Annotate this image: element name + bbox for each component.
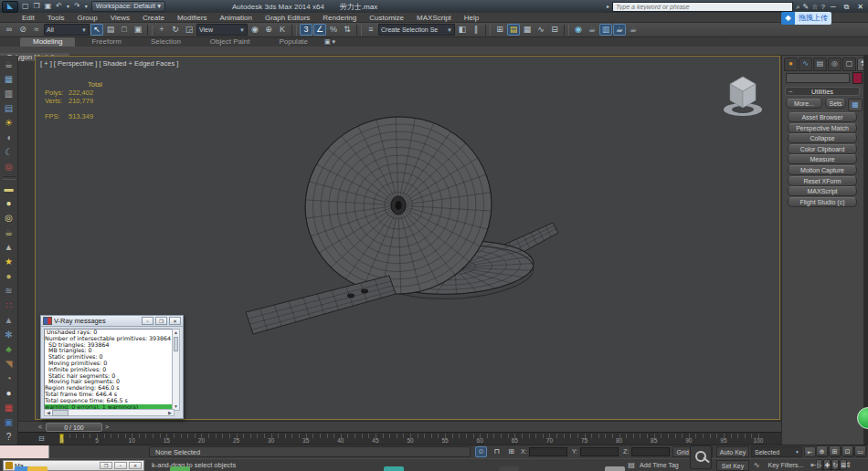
utilities-config-icon[interactable]: ▦ <box>848 99 863 111</box>
tab-selection[interactable]: Selection <box>138 37 194 47</box>
favorites-icon[interactable]: ☆ <box>811 2 818 12</box>
audio-speaker-icon[interactable]: ◖ <box>2 131 16 144</box>
unlink-selection-icon[interactable]: ⊘ <box>16 24 29 36</box>
menu-group[interactable]: Group <box>77 14 97 22</box>
select-and-manipulate-icon[interactable]: ⊕ <box>262 24 275 36</box>
zoom-icon[interactable]: ⊕ <box>816 445 828 456</box>
menu-graph-editors[interactable]: Graph Editors <box>265 14 310 22</box>
selection-lock-icon[interactable]: ⊓ <box>491 446 503 457</box>
search-flyout-icon[interactable]: ▸ <box>607 2 609 12</box>
utility-measure[interactable]: Measure <box>788 154 857 164</box>
cone-primitive-icon[interactable]: ▲ <box>2 240 16 254</box>
shell-rock-icon[interactable]: ◔ <box>2 372 16 385</box>
render-teapot-icon[interactable]: ☕ <box>2 58 16 71</box>
signin-icon[interactable]: ✎ <box>803 2 810 12</box>
vray-horizontal-scrollbar[interactable]: ◀ ▶ <box>44 409 175 416</box>
menu-animation[interactable]: Animation <box>219 14 252 22</box>
set-key-button[interactable]: Set Key <box>716 460 749 471</box>
geosphere-primitive-icon[interactable]: ● <box>2 269 16 283</box>
material-grid-icon[interactable]: ▦ <box>2 401 16 414</box>
close-button[interactable]: ✕ <box>854 2 866 12</box>
utilities-rollout-header[interactable]: −Utilities <box>785 87 860 96</box>
fur-sphere-icon[interactable]: ✻ <box>2 328 16 341</box>
spinner-snap-toggle-icon[interactable]: ⇅ <box>341 24 354 36</box>
workspace-dropdown[interactable]: Workspace: Default ▾ <box>91 1 165 12</box>
bitmap-image-icon[interactable]: ▦ <box>2 72 16 86</box>
communication-center-icon[interactable]: ⌕ <box>796 2 799 12</box>
coord-x-field[interactable] <box>529 447 567 456</box>
menu-views[interactable]: Views <box>111 14 130 22</box>
coord-z-field[interactable] <box>631 447 670 456</box>
menu-edit[interactable]: Edit <box>22 14 35 22</box>
field-of-view-icon[interactable]: ▷ <box>816 459 822 470</box>
teapot-primitive-icon[interactable]: ☕ <box>2 225 16 239</box>
tab-display[interactable]: ▢ <box>842 58 856 71</box>
set-keys-button[interactable] <box>690 445 712 469</box>
select-by-name-icon[interactable]: ▤ <box>104 24 117 36</box>
camera-film-icon[interactable]: ◎ <box>2 160 16 173</box>
selection-filter-dropdown[interactable]: All▼ <box>44 24 90 36</box>
utility-flight-studio-c-[interactable]: Flight Studio (c) <box>788 197 857 207</box>
schematic-view-icon[interactable]: ⊟ <box>548 24 561 36</box>
undo-icon[interactable]: ↶ <box>55 1 63 12</box>
mini-restore-button[interactable]: ❐ <box>100 462 112 469</box>
window-crossing-toggle-icon[interactable]: ▣ <box>132 24 144 36</box>
tab-motion[interactable]: ◎ <box>828 58 842 71</box>
toggle-scene-explorer-icon[interactable]: ⊞ <box>493 24 506 36</box>
menu-rendering[interactable]: Rendering <box>323 14 356 22</box>
notes-clipboard-icon[interactable]: ▥ <box>2 87 16 100</box>
tab-object-paint[interactable]: Object Paint <box>197 37 263 47</box>
tab-freeform[interactable]: Freeform <box>79 37 133 47</box>
particle-system-icon[interactable]: ∷ <box>2 298 16 312</box>
orbit-icon[interactable]: ↻ <box>831 459 839 470</box>
toggle-ribbon-icon[interactable]: ▦ <box>521 24 534 36</box>
drag-upload-overlay[interactable]: ◆ 拖拽上传 <box>781 12 831 25</box>
mini-minimize-button[interactable]: ▫ <box>114 462 127 469</box>
object-name-field[interactable] <box>786 73 850 83</box>
tab-populate[interactable]: Populate <box>266 37 321 47</box>
taskbar-app-fragment[interactable] <box>605 466 625 471</box>
blue-utility-box-icon[interactable]: ▣ <box>2 415 16 429</box>
vray-close-button[interactable]: ✕ <box>169 317 181 325</box>
redo-dropdown-icon[interactable]: ▾ <box>84 1 89 12</box>
next-frame-arrow[interactable]: > <box>105 423 109 432</box>
app-logo-icon[interactable]: ◣ <box>2 1 18 13</box>
restore-button[interactable]: ⧉ <box>842 2 852 12</box>
help-question-icon[interactable]: ? <box>2 430 16 444</box>
sets-button[interactable]: Sets <box>825 99 846 109</box>
viewport-label[interactable]: [ + ] [ Perspective ] [ Shaded + Edged F… <box>40 59 178 68</box>
white-sphere-icon[interactable]: ● <box>2 386 16 400</box>
new-key-filter-icon[interactable]: ∿ <box>751 460 762 471</box>
more-button[interactable]: More... <box>786 99 822 109</box>
snaps-toggle-3d-icon[interactable]: 3 <box>300 24 312 36</box>
torus-primitive-icon[interactable]: ◎ <box>2 211 16 225</box>
absolute-offset-mode-icon[interactable]: ⊞ <box>505 446 517 457</box>
render-iterative-icon[interactable]: ☕ <box>627 24 640 36</box>
utility-motion-capture[interactable]: Motion Capture <box>788 165 857 175</box>
new-file-icon[interactable]: ▢ <box>21 1 30 12</box>
time-slider-handle[interactable]: 0 / 100 <box>46 423 102 432</box>
edit-named-selection-sets-icon[interactable]: ≡ <box>365 24 377 36</box>
vray-vertical-scrollbar[interactable]: ▲ ▼ <box>172 329 180 411</box>
menu-customize[interactable]: Customize <box>369 14 404 22</box>
utility-asset-browser[interactable]: Asset Browser <box>788 112 857 122</box>
reference-coordinate-dropdown[interactable]: View▼ <box>196 24 248 36</box>
mini-close-button[interactable]: ✕ <box>129 462 142 469</box>
ribbon-minimize-icon[interactable]: ▣ ▾ <box>324 37 335 47</box>
zoom-extents-icon[interactable]: ⊡ <box>842 445 853 456</box>
vray-minimize-button[interactable]: ▫ <box>142 317 153 325</box>
pan-hand-icon[interactable]: ✚ <box>823 459 831 470</box>
redo-icon[interactable]: ↷ <box>73 1 81 12</box>
star-shape-icon[interactable]: ★ <box>2 255 16 268</box>
vray-title-bar[interactable]: V-Ray messages ▫ ❐ ✕ <box>41 316 183 327</box>
menu-help[interactable]: Help <box>464 14 479 22</box>
box-primitive-icon[interactable]: ▬ <box>2 182 16 195</box>
utility-reset-xform[interactable]: Reset XForm <box>788 176 857 186</box>
percent-snap-toggle-icon[interactable]: % <box>327 24 340 36</box>
auto-key-button[interactable]: Auto Key <box>716 446 749 457</box>
rectangular-selection-region-icon[interactable]: □ <box>118 24 131 36</box>
save-file-icon[interactable]: ▣ <box>44 1 53 12</box>
select-and-link-icon[interactable]: ∞ <box>3 24 16 36</box>
toggle-layer-explorer-icon[interactable]: ▤ <box>507 24 520 36</box>
tab-create[interactable]: ● <box>784 58 798 71</box>
